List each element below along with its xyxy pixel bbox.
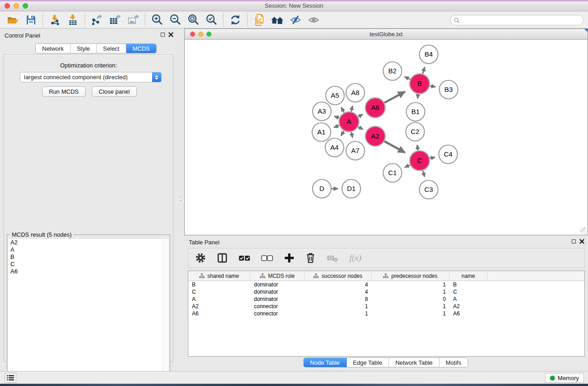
tab-edge-table[interactable]: Edge Table [347, 358, 389, 367]
open-file-icon[interactable] [4, 13, 22, 27]
tab-network[interactable]: Network [36, 44, 71, 53]
table-cell[interactable]: 0 [372, 295, 449, 303]
table-cell[interactable]: 4 [305, 288, 372, 295]
table-cell[interactable]: B [449, 281, 488, 288]
export-image-icon[interactable] [124, 13, 142, 27]
table-cell[interactable]: 8 [305, 295, 372, 303]
table-row[interactable]: A6connector11A6 [188, 310, 584, 317]
memory-button[interactable]: Memory [545, 373, 584, 383]
task-history-icon[interactable] [5, 373, 16, 383]
table-cell[interactable]: B [188, 281, 250, 288]
tab-mcds[interactable]: MCDS [126, 44, 156, 53]
table-cell[interactable]: A2 [188, 303, 250, 310]
graph-edge-C-C1[interactable] [405, 165, 411, 167]
show-column-icon[interactable] [216, 251, 228, 265]
table-cell[interactable]: 1 [372, 288, 449, 295]
tab-node-table[interactable]: Node Table [304, 358, 347, 367]
table-cell[interactable]: 1 [372, 281, 449, 288]
table-cell[interactable]: A [188, 295, 250, 303]
graph-edge-A-A5[interactable] [341, 107, 344, 113]
table-cell[interactable]: 1 [305, 303, 372, 310]
graph-edge-C-C2[interactable] [417, 145, 418, 151]
mcds-result-item[interactable]: B [8, 253, 163, 261]
column-header-MCDS-role[interactable]: MCDS role [250, 271, 305, 281]
delete-column-icon[interactable] [305, 251, 316, 265]
column-header-shared-name[interactable]: shared name [188, 271, 250, 281]
close-panel-button[interactable]: Close panel [92, 86, 137, 97]
graph-edge-C-C3[interactable] [423, 170, 425, 177]
tab-network-table[interactable]: Network Table [389, 358, 439, 367]
duplicate-network-icon[interactable] [250, 13, 268, 27]
zoom-selected-icon[interactable] [202, 13, 220, 27]
table-cell[interactable]: 4 [305, 281, 372, 288]
table-cell[interactable]: A [449, 295, 488, 303]
add-column-icon[interactable] [283, 251, 295, 265]
close-panel-icon[interactable] [168, 32, 173, 37]
mcds-result-item[interactable]: A6 [8, 268, 163, 275]
tab-motifs[interactable]: Motifs [440, 358, 468, 367]
network-graph[interactable]: AA1A2A3A4A5A6A7A8BB1B2B3B4CC1C2C3C4DD1 [185, 40, 588, 235]
graph-edge-A2-C[interactable] [384, 141, 405, 153]
graph-edge-A-A2[interactable] [358, 127, 363, 129]
mcds-result-list[interactable]: A2ABCA6 [8, 239, 163, 386]
export-table-icon[interactable] [106, 13, 124, 27]
table-cell[interactable]: dominator [250, 288, 305, 295]
table-row[interactable]: A2connector11A2 [188, 303, 584, 310]
table-row[interactable]: Bdominator41B [188, 281, 584, 288]
graph-edge-B-B3[interactable] [430, 86, 436, 87]
column-header-successor-nodes[interactable]: successor nodes [305, 271, 372, 281]
table-cell[interactable]: connector [250, 310, 305, 317]
deselect-all-checks-icon[interactable] [261, 251, 273, 265]
hide-graphics-details-icon[interactable] [287, 13, 305, 27]
node-table[interactable]: shared nameMCDS rolesuccessor nodesprede… [188, 271, 585, 357]
tab-style[interactable]: Style [71, 44, 97, 53]
table-cell[interactable]: 1 [305, 310, 372, 317]
table-cell[interactable]: C [449, 288, 488, 295]
show-graphics-details-icon[interactable] [305, 13, 323, 27]
search-box[interactable] [450, 15, 583, 25]
graph-edge-B-B1[interactable] [417, 94, 418, 99]
table-cell[interactable]: A2 [449, 303, 488, 310]
mcds-result-item[interactable]: C [8, 261, 163, 268]
graph-edge-A-A3[interactable] [335, 116, 340, 119]
refresh-view-icon[interactable] [226, 13, 244, 27]
import-network-icon[interactable] [46, 13, 64, 27]
tab-select[interactable]: Select [97, 44, 126, 53]
graph-edge-C-C4[interactable] [429, 157, 435, 158]
search-input[interactable] [462, 16, 583, 24]
table-row[interactable]: Cdominator41C [188, 288, 584, 295]
select-all-checks-icon[interactable] [238, 251, 251, 265]
table-cell[interactable]: connector [250, 303, 305, 310]
import-table-icon[interactable] [64, 13, 82, 27]
window-resize-grip[interactable] [580, 228, 587, 234]
table-cell[interactable]: C [188, 288, 250, 295]
table-cell[interactable]: dominator [250, 295, 305, 303]
column-header-predecessor-nodes[interactable]: predecessor nodes [372, 271, 449, 281]
run-mcds-button[interactable]: Run MCDS [42, 86, 86, 97]
export-network-icon[interactable] [88, 13, 106, 27]
table-row[interactable]: Adominator80A [188, 295, 584, 303]
table-cell[interactable]: 1 [372, 310, 449, 317]
mcds-result-scrollbar[interactable] [163, 239, 169, 386]
function-builder-icon[interactable]: f(x) [349, 251, 361, 265]
graph-edge-A-A4[interactable] [341, 130, 344, 136]
table-cell[interactable]: A6 [449, 310, 488, 317]
mcds-result-item[interactable]: A2 [8, 239, 163, 246]
panel-splitter[interactable] [177, 29, 184, 371]
zoom-in-icon[interactable] [148, 13, 166, 27]
zoom-fit-icon[interactable] [184, 13, 202, 27]
mcds-result-item[interactable]: A [8, 246, 163, 253]
graph-edge-B-B2[interactable] [405, 76, 411, 79]
zoom-out-icon[interactable] [166, 13, 184, 27]
graph-edge-A-A7[interactable] [351, 131, 353, 138]
settings-gear-icon[interactable] [195, 251, 206, 265]
graph-edge-B-B4[interactable] [422, 67, 425, 74]
table-cell[interactable]: 1 [372, 303, 449, 310]
float-panel-icon[interactable] [161, 33, 165, 37]
column-header-name[interactable]: name [449, 271, 488, 281]
graph-edge-A6-B[interactable] [384, 91, 405, 103]
graph-edge-A-A6[interactable] [358, 114, 363, 117]
save-session-icon[interactable] [22, 13, 40, 27]
network-window-titlebar[interactable]: testGlobe.txt [185, 29, 588, 40]
network-canvas[interactable]: AA1A2A3A4A5A6A7A8BB1B2B3B4CC1C2C3C4DD1 [185, 40, 588, 235]
